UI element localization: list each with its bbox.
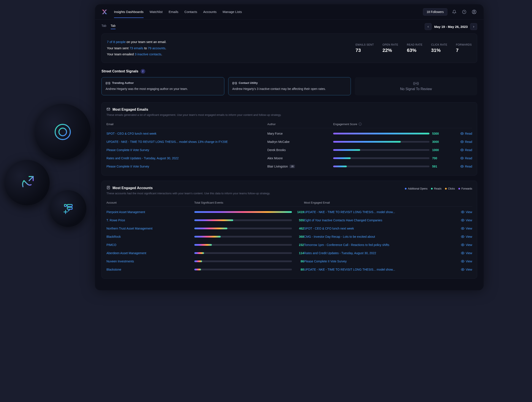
account-row: Northern Trust Asset Management462SPOT -… xyxy=(107,224,472,233)
view-button[interactable]: View xyxy=(443,259,472,263)
account-link[interactable]: Northern Trust Asset Management xyxy=(107,227,152,230)
events-bar xyxy=(194,244,292,246)
events-value: 1419 xyxy=(295,210,304,214)
email-link[interactable]: Rates and Credit Updates - Tuesday, Augu… xyxy=(107,156,178,160)
engaged-email-link[interactable]: CMG - Investor Day Recap - Lots to be ex… xyxy=(304,235,375,238)
events-value: 86 xyxy=(295,259,304,263)
followers-button[interactable]: 18 Followers xyxy=(423,8,447,16)
user-icon[interactable] xyxy=(471,9,477,15)
events-bar xyxy=(194,211,292,213)
engaged-email-link[interactable]: Tomorrow 1pm - Conference Call - Reactio… xyxy=(304,243,389,246)
view-button[interactable]: View xyxy=(443,210,472,214)
view-button[interactable]: View xyxy=(443,251,472,255)
nav-item-accounts[interactable]: Accounts xyxy=(203,10,216,18)
engaged-email-link[interactable]: UPDATE - NKE - TIME TO REVISIT LONG THES… xyxy=(304,268,395,271)
account-link[interactable]: Pierpoint Asset Management xyxy=(107,210,145,214)
broadcast-icon: ((•)) xyxy=(106,81,110,84)
email-link[interactable]: Please Complete II Vote Survey xyxy=(107,148,149,152)
accounts-section: Most Engaged Accounts Additional OpensRe… xyxy=(101,181,477,279)
engaged-email-link[interactable]: SPOT - CEO & CFO lunch next week xyxy=(304,227,354,230)
events-value: 462 xyxy=(295,227,304,230)
account-link[interactable]: PIMCO xyxy=(107,243,116,246)
account-link[interactable]: Aberdeen Asset Management xyxy=(107,251,146,255)
mail-icon xyxy=(107,107,110,112)
events-bar xyxy=(194,252,292,254)
account-row: Pierpoint Asset Management1419UPDATE - N… xyxy=(107,208,472,216)
score-value: 591 xyxy=(432,165,443,168)
emails-subtitle: These emails generated a lot of signific… xyxy=(107,113,472,117)
prev-date-button[interactable]: ‹ xyxy=(425,23,432,30)
legend-item: Additional Opens xyxy=(405,187,428,190)
tab-0[interactable]: Tab xyxy=(101,24,107,29)
engaged-email-link[interactable]: Please Complete II Vote Survey xyxy=(304,259,347,263)
bell-icon[interactable] xyxy=(451,9,457,15)
summary-text: 7 of 8 people on your team sent an email… xyxy=(107,39,166,58)
email-row: Please Complete II Vote SurveyBlair Livi… xyxy=(107,162,472,170)
view-button[interactable]: View xyxy=(443,219,472,222)
nav-item-manage-lists[interactable]: Manage Lists xyxy=(223,10,242,18)
svg-point-13 xyxy=(462,149,462,150)
score-bar xyxy=(333,166,430,167)
col-score: Engagement Scorei xyxy=(333,123,443,126)
svg-rect-6 xyxy=(64,204,66,206)
engaged-email-link[interactable]: Eight of Your Inactive Contacts Have Cha… xyxy=(304,219,382,222)
nav-item-emails[interactable]: Emails xyxy=(169,10,178,18)
account-link[interactable]: Blackstone xyxy=(107,268,121,271)
svg-point-24 xyxy=(462,244,463,245)
nav-item-contacts[interactable]: Contacts xyxy=(184,10,197,18)
signal-card[interactable]: ((•))Contact UtilityAndrew Hegarty's 3 i… xyxy=(228,77,351,95)
account-link[interactable]: T. Rowe Price xyxy=(107,219,125,222)
read-button[interactable]: Read xyxy=(443,140,472,143)
call-circle xyxy=(4,160,50,205)
engaged-email-link[interactable]: UPDATE - NKE - TIME TO REVISIT LONG THES… xyxy=(304,210,395,214)
email-link[interactable]: SPOT - CEO & CFO lunch next week xyxy=(107,132,157,135)
svg-point-26 xyxy=(462,261,463,262)
account-link[interactable]: BlackRock xyxy=(107,235,121,238)
author-cell: Derek Brooks xyxy=(267,148,333,152)
info-icon[interactable]: i xyxy=(359,123,362,126)
col-author: Author xyxy=(267,123,333,126)
app-frame: Insights DashboardsWatchlistEmailsContac… xyxy=(95,4,484,290)
svg-point-7 xyxy=(462,10,466,14)
author-cell: Madryn McCabe xyxy=(267,140,333,143)
engaged-email-link[interactable]: Rates and Credit Updates - Tuesday, Augu… xyxy=(304,251,376,255)
stat-emails-sent: EMAILS SENT73 xyxy=(356,43,374,53)
svg-point-12 xyxy=(462,141,462,142)
view-button[interactable]: View xyxy=(443,227,472,230)
avatar-badge: JB xyxy=(290,165,295,168)
signal-empty: ((•))No Signal To Review xyxy=(355,77,477,95)
svg-point-25 xyxy=(462,253,463,253)
svg-point-27 xyxy=(462,269,463,270)
date-range: May 19 - May 26, 2023 xyxy=(434,25,468,29)
read-button[interactable]: Read xyxy=(443,165,472,168)
account-link[interactable]: Nuveen Investments xyxy=(107,259,134,263)
signal-card[interactable]: ((•))Trending AuthorAndrew Hegarty was t… xyxy=(101,77,224,95)
nav-item-watchlist[interactable]: Watchlist xyxy=(150,10,163,18)
read-button[interactable]: Read xyxy=(443,148,472,152)
signals-count-badge: 2 xyxy=(140,69,145,74)
view-button[interactable]: View xyxy=(443,235,472,238)
emails-section: Most Engaged Emails These emails generat… xyxy=(101,102,477,175)
email-link[interactable]: UPDATE - NKE - TIME TO REVISIT LONG THES… xyxy=(107,140,228,143)
tab-1[interactable]: Tab xyxy=(111,24,116,29)
next-date-button[interactable]: › xyxy=(470,23,477,30)
view-button[interactable]: View xyxy=(443,243,472,246)
col-email: Email xyxy=(107,123,267,126)
score-bar xyxy=(333,141,430,143)
read-button[interactable]: Read xyxy=(443,132,472,135)
email-row: Please Complete II Vote SurveyDerek Broo… xyxy=(107,146,472,154)
svg-point-11 xyxy=(462,133,462,134)
read-button[interactable]: Read xyxy=(443,156,472,160)
help-icon[interactable] xyxy=(461,9,467,15)
account-row: PIMCO232Tomorrow 1pm - Conference Call -… xyxy=(107,241,472,249)
email-link[interactable]: Please Complete II Vote Survey xyxy=(107,165,149,168)
summary-card: 7 of 8 people on your team sent an email… xyxy=(101,33,477,63)
email-row: Rates and Credit Updates - Tuesday, Augu… xyxy=(107,154,472,162)
svg-rect-5 xyxy=(67,207,72,209)
account-row: Nuveen Investments86Please Complete II V… xyxy=(107,257,472,266)
view-button[interactable]: View xyxy=(443,268,472,271)
col-mee: Most Engaged Email xyxy=(304,201,443,204)
nav-item-insights-dashboards[interactable]: Insights Dashboards xyxy=(114,10,144,18)
svg-rect-4 xyxy=(67,204,72,206)
events-bar xyxy=(194,260,292,262)
